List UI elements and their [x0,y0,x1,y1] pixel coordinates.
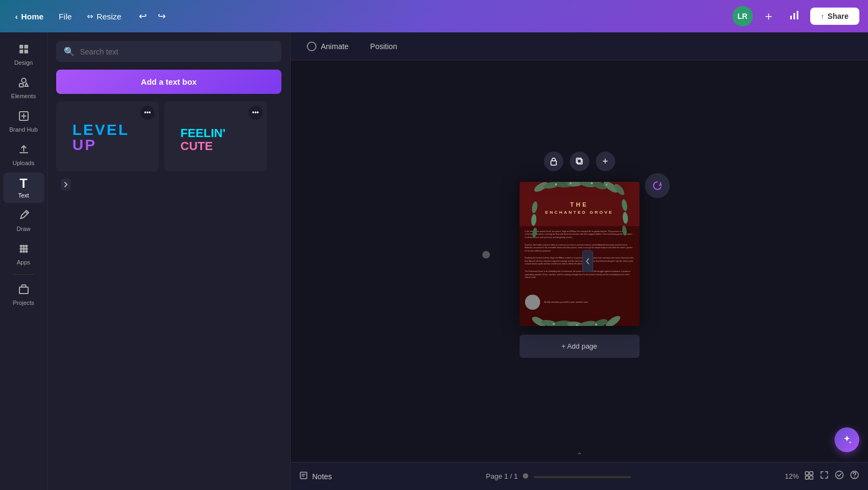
svg-rect-56 [810,472,813,475]
home-chevron-icon: ‹ [15,12,18,21]
ai-refresh-button[interactable] [645,173,670,198]
sidebar-item-design-label: Design [14,59,32,66]
doc-controls: + [544,152,615,171]
collapse-chevron-icon[interactable]: ⌃ [576,451,583,460]
grid-view-button[interactable] [804,471,814,482]
sidebar-item-uploads[interactable]: Uploads [3,139,44,171]
svg-point-11 [19,245,22,248]
share-label: Share [827,12,849,21]
sidebar-item-text[interactable]: T Text [3,173,44,203]
svg-point-12 [22,245,25,248]
add-page-button[interactable]: + Add page [520,335,640,358]
level-up-text: LEVEL UP [62,112,140,164]
animate-label: Animate [321,42,348,51]
bottom-bar: Notes Page 1 / 1 12% [291,462,868,490]
analytics-button[interactable] [784,6,805,27]
page-info: Page 1 / 1 [341,472,776,480]
sidebar-item-brand-hub-label: Brand Hub [9,126,38,133]
ai-magic-button[interactable] [835,427,859,452]
add-textbox-button[interactable]: Add a text box [56,70,281,94]
undo-button[interactable]: ↩ [134,7,151,25]
sidebar-item-elements-label: Elements [11,93,36,99]
search-box: 🔍 [56,41,281,62]
sidebar-item-brand-hub[interactable]: Brand Hub [3,106,44,137]
undo-redo-group: ↩ ↪ [134,7,170,25]
svg-rect-5 [19,50,23,53]
resize-button[interactable]: ⇔ Resize [80,9,128,24]
svg-rect-1 [793,13,795,19]
svg-point-13 [25,245,28,248]
home-label: Home [21,12,44,21]
level-up-line2: UP [72,138,129,153]
home-button[interactable]: ‹ Home [9,9,50,24]
doc-header: THE ENCHANTED GROVE [520,182,640,226]
level-up-line1: LEVEL [72,122,129,138]
svg-point-59 [836,471,843,479]
notes-label: Notes [312,472,332,481]
add-collaborator-button[interactable]: ＋ [758,5,779,28]
doc-lock-button[interactable] [544,152,563,171]
sidebar-item-draw[interactable]: Draw [3,205,44,236]
sidebar-item-draw-label: Draw [17,226,31,232]
feelin-line1: FEELIN' [180,127,225,140]
main-layout: Design Elements Brand Hub Uploads T Text [0,32,868,490]
doc-body-text3: Realizing the imminent threat, Sage and … [525,257,634,266]
share-button[interactable]: ↑ Share [810,8,859,25]
page-indicator-dot [523,473,528,479]
help-button[interactable] [850,470,859,482]
notes-button[interactable]: Notes [299,471,332,481]
canvas-content[interactable]: + [291,60,868,449]
position-button[interactable]: Position [362,39,405,54]
sidebar-item-design[interactable]: Design [3,39,44,70]
resize-label: Resize [97,12,122,21]
dots-menu-level-up[interactable]: ••• [140,106,154,120]
icon-sidebar: Design Elements Brand Hub Uploads T Text [0,32,48,490]
svg-rect-57 [805,476,809,479]
notes-icon [299,471,308,481]
expand-button[interactable] [819,470,829,482]
zoom-controls: 12% [785,470,859,482]
svg-rect-2 [797,11,798,19]
uploads-icon [18,144,30,158]
canvas-toolbar: Animate Position [291,32,868,60]
doc-footer: Briefly introduce yourself to your reade… [520,288,640,326]
svg-point-17 [19,250,22,253]
doc-copy-button[interactable] [570,152,589,171]
svg-rect-8 [19,84,23,87]
text-style-level-up[interactable]: ••• LEVEL UP [56,101,159,172]
add-page-label: + Add page [561,342,597,350]
svg-rect-3 [19,45,23,49]
sidebar-item-projects[interactable]: Projects [3,279,44,310]
sidebar-item-apps[interactable]: Apps [3,239,44,270]
sidebar-item-elements[interactable]: Elements [3,72,44,104]
svg-point-7 [22,78,26,83]
topbar-right: LR ＋ ↑ Share [732,5,859,28]
brand-hub-icon [18,110,30,124]
user-avatar[interactable]: LR [732,6,753,26]
text-previews: ••• LEVEL UP ••• FEELIN' CUTE [56,101,281,192]
doc-add-button[interactable]: + [596,152,615,171]
search-input[interactable] [80,47,274,56]
redo-button[interactable]: ↪ [153,7,170,25]
animate-button[interactable]: Animate [299,38,356,55]
projects-icon [18,283,30,297]
hide-panel-button[interactable] [582,250,593,272]
sidebar-item-uploads-label: Uploads [12,160,34,166]
check-button[interactable] [835,470,844,482]
document-wrapper: + [520,152,640,358]
file-button[interactable]: File [52,9,78,24]
dots-menu-feelin-cute[interactable]: ••• [248,106,263,120]
svg-rect-58 [810,476,813,479]
page-dot-track [534,476,631,478]
sidebar-item-text-label: Text [18,192,29,199]
scroll-right-indicator[interactable] [58,177,73,192]
file-label: File [59,12,72,21]
svg-point-18 [22,250,25,253]
avatar-initials: LR [737,12,748,21]
svg-point-19 [25,250,28,253]
elements-icon [18,77,30,91]
sidebar-item-projects-label: Projects [13,300,35,306]
resize-icon: ⇔ [87,12,93,21]
text-style-feelin-cute[interactable]: ••• FEELIN' CUTE [164,101,267,172]
svg-point-16 [25,248,28,250]
